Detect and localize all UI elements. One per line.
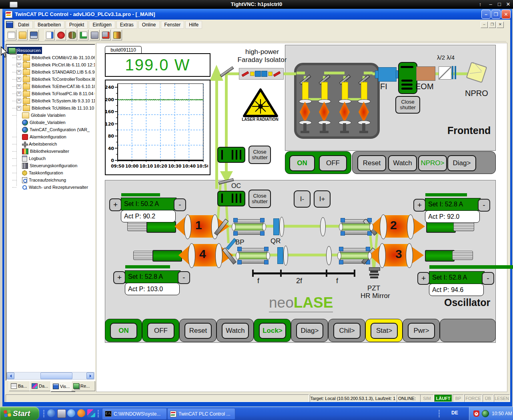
clock[interactable]: 10:50 AM — [492, 411, 512, 416]
oscillator-diag-button[interactable]: Diag> — [296, 323, 323, 339]
menu-item-projekt[interactable]: Projekt — [66, 21, 88, 29]
start-button[interactable]: Start — [0, 407, 39, 420]
tasklist-handle[interactable] — [98, 410, 99, 417]
oscillator-off-button[interactable]: OFF — [147, 323, 174, 339]
tree-item[interactable]: +Bibliothek STANDARD.LIB 5.6.98 1 — [12, 68, 95, 76]
paint-icon[interactable] — [87, 409, 95, 417]
tree-expander[interactable]: + — [17, 63, 21, 67]
tree-item[interactable]: Alarmkonfiguration — [12, 133, 66, 140]
close-shutter-button-output[interactable]: Close shutter — [248, 146, 271, 164]
open-file-button[interactable] — [17, 30, 28, 40]
close-shutter-button-oc[interactable]: Close shutter — [248, 190, 271, 208]
media-player-icon[interactable] — [57, 409, 66, 418]
new-file-button[interactable] — [6, 30, 16, 40]
amp3-plus-button[interactable]: + — [417, 272, 430, 285]
tree-expander[interactable]: + — [17, 84, 21, 89]
oscillator-lock-button[interactable]: Lock> — [259, 323, 286, 339]
taskbar-task-twincat[interactable]: TwinCAT PLC Control ... — [167, 408, 235, 420]
oscillator-stat-button[interactable]: Stat> — [371, 323, 398, 339]
library-button[interactable] — [112, 30, 122, 40]
save-button[interactable] — [28, 30, 39, 40]
tree-item[interactable]: +Bibliothek TcUtilities.lib 11.10.10 12 — [12, 104, 95, 112]
window-restore-button[interactable]: ❐ — [491, 10, 501, 19]
tree-expander[interactable]: + — [17, 77, 21, 82]
messenger-icon[interactable] — [47, 409, 55, 417]
sidebar-tab-ba[interactable]: Ba... — [9, 381, 33, 391]
vnc-fullscreen-button[interactable]: ↑ — [476, 0, 484, 9]
tree-expander[interactable]: + — [17, 106, 21, 110]
amp2-minus-button[interactable]: - — [478, 199, 490, 212]
oscillator-watch-button[interactable]: Watch — [222, 323, 249, 339]
vnc-close-button[interactable]: ✕ — [504, 0, 512, 9]
tree-item[interactable]: +Bibliothek TcSystem.lib 9.3.10 11:2 — [12, 97, 95, 104]
current-increase-button[interactable]: I+ — [314, 190, 331, 208]
amp3-minus-button[interactable]: - — [482, 272, 494, 285]
mdi-minimize-button[interactable]: – — [481, 22, 488, 28]
frontend-npro-button[interactable]: NPRO> — [418, 155, 447, 171]
oscillator-on-button[interactable]: ON — [110, 323, 137, 339]
vnc-minimize-button[interactable]: – — [487, 0, 495, 9]
security-shield-icon[interactable]: ✕ — [473, 410, 479, 417]
menu-item-online[interactable]: Online — [138, 21, 160, 29]
oscillator-reset-button[interactable]: Reset — [184, 323, 212, 339]
oscillator-chil-button[interactable]: Chil> — [333, 323, 361, 339]
tree-item[interactable]: Traceaufzeichnung — [12, 176, 66, 184]
window-close-button[interactable]: ✕ — [501, 10, 511, 19]
mdi-close-button[interactable]: ✕ — [497, 22, 504, 28]
breakpoint-clear-button[interactable] — [100, 30, 111, 40]
tree-item[interactable]: Bibliotheksverwalter — [12, 148, 69, 155]
menu-item-hilfe[interactable]: Hilfe — [185, 21, 202, 29]
ie-icon[interactable] — [67, 409, 75, 417]
amp2-plus-button[interactable]: + — [413, 199, 426, 212]
taskbar-task-cmd[interactable]: C:\ C:\WINDOWS\syste... — [102, 408, 167, 420]
tree-item[interactable]: +Bibliothek TcEtherCAT.lib 6.10.10 1 — [12, 83, 95, 90]
tree-expander[interactable]: + — [17, 56, 21, 60]
menu-item-datei[interactable]: Datei — [14, 21, 33, 29]
menu-item-fenster[interactable]: Fenster — [161, 21, 184, 29]
tree-expander[interactable]: + — [17, 70, 21, 74]
new-pou-button[interactable] — [78, 30, 88, 40]
tree-item[interactable]: +Bibliothek TcFloatPC.lib 8.11.04 07 — [12, 90, 95, 97]
breakpoint-button[interactable] — [89, 30, 100, 40]
menu-item-extras[interactable]: Extras — [116, 21, 137, 29]
current-decrease-button[interactable]: I- — [294, 190, 311, 208]
window-minimize-button[interactable]: – — [481, 10, 491, 19]
frontend-off-button[interactable]: OFF — [319, 155, 347, 171]
tree-item[interactable]: +Bibliothek TcControllerToolbox.lib 2 — [12, 76, 95, 83]
tree-item[interactable]: +Bibliothek COMlibV2.lib 31.10.06 14 — [12, 54, 95, 61]
run-button[interactable] — [67, 30, 77, 40]
scroll-right-button[interactable] — [86, 372, 94, 379]
build-version-tab[interactable]: build091110 — [105, 46, 142, 54]
amp1-plus-button[interactable]: + — [109, 198, 122, 211]
frontend-watch-button[interactable]: Watch — [388, 155, 417, 171]
stop-button[interactable] — [56, 30, 66, 40]
tree-item[interactable]: Taskkonfiguration — [12, 169, 63, 176]
mdi-restore-button[interactable]: ❐ — [489, 22, 496, 28]
network-status-icon[interactable] — [482, 410, 489, 417]
tree-item[interactable]: Arbeitsbereich — [12, 140, 57, 148]
tree-item[interactable]: Globale_Variablen — [22, 119, 66, 126]
tree-item[interactable]: Globale Variablen — [12, 112, 66, 119]
menu-item-bearbeiten[interactable]: Bearbeiten — [34, 21, 64, 29]
vnc-maximize-button[interactable]: □ — [495, 0, 503, 9]
login-button[interactable] — [44, 30, 55, 40]
tree-item[interactable]: Steuerungskonfiguration — [12, 162, 77, 169]
tree-root-ressourcen[interactable]: Ressourcen — [7, 47, 42, 54]
frontend-reset-button[interactable]: Reset — [357, 155, 386, 171]
tree-expander[interactable]: + — [17, 99, 21, 103]
scroll-left-button[interactable] — [7, 372, 14, 379]
amp1-minus-button[interactable]: - — [174, 198, 186, 211]
tree-item[interactable]: +Bibliothek PlcCtrl.lib 6.11.00 12:13:4 — [12, 61, 95, 68]
tree-item[interactable]: Logbuch — [12, 155, 46, 162]
close-shutter-button-npro[interactable]: Close shutter — [395, 96, 420, 114]
tree-item[interactable]: TwinCAT_Configuration (VAR_ — [22, 126, 90, 133]
menu-item-einfgen[interactable]: Einfügen — [89, 21, 115, 29]
oscillator-pwr-button[interactable]: Pwr> — [408, 323, 435, 339]
language-indicator[interactable]: DE — [451, 410, 458, 416]
frontend-diag-button[interactable]: Diag> — [447, 155, 476, 171]
sidebar-tab-re[interactable]: Re... — [71, 381, 95, 391]
tree-expander[interactable]: + — [17, 92, 21, 96]
horizontal-scrollbar[interactable] — [6, 372, 94, 380]
frontend-on-button[interactable]: ON — [289, 155, 315, 171]
quicklaunch-handle[interactable] — [43, 410, 44, 417]
